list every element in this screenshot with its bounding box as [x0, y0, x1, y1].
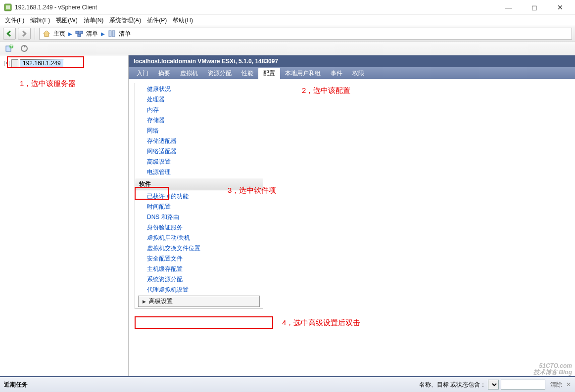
tab-summary[interactable]: 摘要 — [153, 68, 175, 79]
breadcrumb-inventory-2[interactable]: 清单 — [119, 30, 131, 38]
menu-view[interactable]: 视图(W) — [56, 16, 77, 25]
statusbar: 近期任务 名称、目标 或状态包含： 清除 ✕ — [0, 376, 575, 392]
minimize-button[interactable]: — — [502, 3, 516, 11]
filter-dropdown[interactable] — [488, 380, 499, 390]
sw-sys-resource[interactable]: 系统资源分配 — [135, 274, 263, 285]
software-items: 已获许可的功能 时间配置 DNS 和路由 身份验证服务 虚拟机启动/关机 虚拟机… — [135, 190, 263, 308]
maximize-button[interactable]: ◻ — [527, 3, 541, 11]
close-x-icon[interactable]: ✕ — [566, 381, 571, 388]
tab-permissions[interactable]: 权限 — [347, 68, 369, 79]
sw-security-profile[interactable]: 安全配置文件 — [135, 254, 263, 264]
menubar: 文件(F) 编辑(E) 视图(W) 清单(N) 系统管理(A) 插件(P) 帮助… — [0, 15, 575, 26]
content-header: localhost.localdomain VMware ESXi, 5.1.0… — [129, 55, 575, 67]
sw-agent-vm[interactable]: 代理虚拟机设置 — [135, 285, 263, 295]
tab-performance[interactable]: 性能 — [237, 68, 258, 79]
annotation-box-1 — [7, 56, 84, 68]
task-filter: 名称、目标 或状态包含： 清除 ✕ — [419, 380, 571, 390]
refresh-button[interactable] — [19, 44, 30, 53]
annotation-2: 2，选中该配置 — [302, 86, 350, 95]
triangle-right-icon: ▶ — [143, 299, 146, 304]
breadcrumb-home[interactable]: 主页 — [53, 30, 65, 38]
tab-resource-allocation[interactable]: 资源分配 — [203, 68, 237, 79]
host-title: localhost.localdomain VMware ESXi, 5.1.0… — [134, 58, 278, 65]
sw-advanced-selected[interactable]: ▶ 高级设置 — [138, 296, 260, 307]
menu-edit[interactable]: 编辑(E) — [30, 16, 50, 25]
hw-storage-adapters[interactable]: 存储适配器 — [135, 136, 263, 146]
window-title: 192.168.1.249 - vSphere Client — [15, 4, 502, 11]
app-icon — [4, 3, 12, 11]
back-button[interactable] — [3, 28, 16, 40]
annotation-box-3 — [135, 187, 169, 200]
toolbar-actions: + — [0, 42, 575, 55]
window-titlebar: 192.168.1.249 - vSphere Client — ◻ ✕ — [0, 0, 575, 15]
forward-button[interactable] — [18, 28, 31, 40]
tab-vms[interactable]: 虚拟机 — [175, 68, 203, 79]
hw-health[interactable]: 健康状况 — [135, 84, 263, 94]
home-icon[interactable] — [43, 30, 50, 38]
svg-rect-6 — [112, 31, 115, 37]
hw-network-adapters[interactable]: 网络适配器 — [135, 146, 263, 157]
sw-vm-swap[interactable]: 虚拟机交换文件位置 — [135, 243, 263, 254]
toolbar-nav: 主页 ▶ 清单 ▶ 清单 — [0, 26, 575, 42]
tab-getting-started[interactable]: 入门 — [132, 68, 153, 79]
recent-tasks-label: 近期任务 — [4, 381, 28, 389]
hw-power-mgmt[interactable]: 电源管理 — [135, 167, 263, 177]
separator — [35, 28, 35, 40]
sw-time[interactable]: 时间配置 — [135, 202, 263, 212]
tab-users-groups[interactable]: 本地用户和组 — [280, 68, 326, 79]
tab-events[interactable]: 事件 — [326, 68, 347, 79]
hw-advanced[interactable]: 高级设置 — [135, 157, 263, 167]
sw-vm-startup[interactable]: 虚拟机启动/关机 — [135, 233, 263, 243]
filter-input[interactable] — [501, 380, 545, 390]
annotation-4: 4，选中高级设置后双击 — [282, 318, 360, 328]
hw-processors[interactable]: 处理器 — [135, 94, 263, 105]
annotation-3: 3，选中软件项 — [228, 186, 276, 195]
menu-plugins[interactable]: 插件(P) — [147, 16, 167, 25]
svg-rect-1 — [6, 5, 10, 9]
inventory-icon — [75, 30, 83, 38]
breadcrumb-arrow-icon: ▶ — [68, 31, 72, 37]
svg-rect-5 — [109, 31, 111, 37]
hw-networking[interactable]: 网络 — [135, 126, 263, 136]
menu-help[interactable]: 帮助(H) — [173, 16, 193, 25]
tabstrip: 入门 摘要 虚拟机 资源分配 性能 配置 本地用户和组 事件 权限 — [129, 67, 575, 79]
inventory-tree: + 192.168.1.249 1，选中该服务器 — [0, 55, 129, 376]
sw-host-cache[interactable]: 主机缓存配置 — [135, 264, 263, 274]
sw-dns-routing[interactable]: DNS 和路由 — [135, 212, 263, 222]
svg-rect-2 — [76, 31, 79, 34]
breadcrumb: 主页 ▶ 清单 ▶ 清单 — [39, 28, 572, 40]
content-pane: localhost.localdomain VMware ESXi, 5.1.0… — [129, 55, 575, 376]
sw-auth[interactable]: 身份验证服务 — [135, 222, 263, 233]
sw-advanced-label: 高级设置 — [149, 297, 173, 305]
menu-admin[interactable]: 系统管理(A) — [109, 16, 141, 25]
config-body: 健康状况 处理器 内存 存储器 网络 存储适配器 网络适配器 高级设置 电源管理… — [129, 79, 575, 376]
filter-label: 名称、目标 或状态包含： — [419, 381, 486, 389]
inventory-icon — [108, 30, 116, 38]
svg-rect-4 — [78, 34, 81, 37]
hw-storage[interactable]: 存储器 — [135, 115, 263, 126]
annotation-1: 1，选中该服务器 — [20, 79, 76, 88]
new-vm-button[interactable]: + — [4, 44, 15, 53]
breadcrumb-arrow-icon: ▶ — [101, 31, 105, 37]
filter-clear[interactable]: 清除 — [550, 381, 562, 389]
menu-file[interactable]: 文件(F) — [5, 16, 24, 25]
hw-memory[interactable]: 内存 — [135, 105, 263, 115]
breadcrumb-inventory-1[interactable]: 清单 — [86, 30, 98, 38]
annotation-box-4 — [135, 316, 273, 329]
svg-rect-3 — [80, 31, 83, 34]
hardware-items: 健康状况 处理器 内存 存储器 网络 存储适配器 网络适配器 高级设置 电源管理 — [135, 83, 263, 178]
tab-configuration[interactable]: 配置 — [258, 68, 280, 79]
close-button[interactable]: ✕ — [553, 3, 567, 11]
main-area: + 192.168.1.249 1，选中该服务器 localhost.local… — [0, 55, 575, 376]
menu-inventory[interactable]: 清单(N) — [84, 16, 104, 25]
svg-text:+: + — [9, 44, 13, 49]
